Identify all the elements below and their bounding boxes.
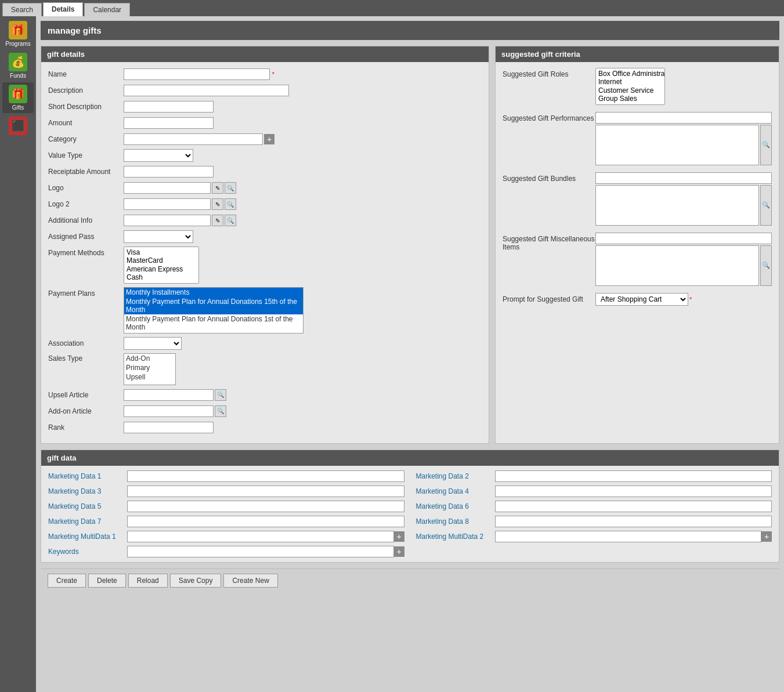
sgc-performances-top-input[interactable]	[595, 112, 772, 124]
logo2-edit-button[interactable]: ✎	[212, 198, 223, 210]
keywords-label: Keywords	[48, 548, 124, 556]
marketing-data-4-input[interactable]	[495, 486, 772, 497]
payment-plans-label: Payment Plans	[48, 287, 124, 298]
sidebar-item-exit[interactable]: ⬛	[2, 114, 34, 139]
logo2-label: Logo 2	[48, 200, 124, 208]
sgc-misc-listbox[interactable]	[595, 245, 759, 286]
sgc-bundles-row: Suggested Gift Bundles 🔍	[503, 172, 772, 226]
sidebar-item-gifts[interactable]: 🎁 Gifts	[2, 82, 34, 113]
sales-type-item[interactable]: Primary	[124, 363, 175, 372]
sgc-roles-listbox[interactable]: Box Office Administrator Internet Custom…	[595, 68, 665, 105]
category-label: Category	[48, 135, 124, 143]
marketing-multidata-2-add-button[interactable]: +	[761, 531, 772, 542]
logo2-search-button[interactable]: 🔍	[225, 198, 236, 210]
sgc-misc-search-button[interactable]: 🔍	[760, 245, 772, 286]
sgc-bundles-top-input[interactable]	[595, 172, 772, 184]
short-description-input[interactable]	[124, 101, 214, 113]
receiptable-amount-label: Receiptable Amount	[48, 168, 124, 176]
tab-details[interactable]: Details	[43, 2, 83, 16]
marketing-multidata-2-input[interactable]	[495, 531, 762, 542]
upsell-article-search-button[interactable]: 🔍	[215, 389, 226, 401]
upsell-article-row: Upsell Article 🔍	[48, 389, 482, 401]
sgc-performances-listbox[interactable]	[595, 125, 759, 165]
reload-button[interactable]: Reload	[128, 574, 168, 588]
sgc-performances-search-button[interactable]: 🔍	[760, 125, 772, 165]
prompt-select[interactable]: After Shopping Cart Before Shopping Cart…	[595, 293, 688, 306]
marketing-data-6-label: Marketing Data 6	[416, 502, 492, 510]
sgc-roles-row: Suggested Gift Roles Box Office Administ…	[503, 68, 772, 105]
additional-info-edit-button[interactable]: ✎	[212, 215, 223, 226]
sgc-bundles-listbox[interactable]	[595, 185, 759, 226]
tab-calendar[interactable]: Calendar	[84, 3, 130, 16]
keywords-row: Keywords +	[48, 546, 404, 557]
amount-row: Amount	[48, 117, 482, 129]
payment-plans-row: Payment Plans Monthly Installments Month…	[48, 287, 482, 334]
receiptable-amount-row: Receiptable Amount	[48, 165, 482, 178]
sidebar-item-programs[interactable]: 🎁 Programs	[2, 19, 34, 49]
short-description-row: Short Description	[48, 100, 482, 113]
addon-article-search-button[interactable]: 🔍	[215, 405, 226, 417]
gift-details-header: gift details	[41, 46, 489, 62]
payment-plan-item[interactable]: Monthly Payment Plan for Annual Donation…	[124, 297, 303, 314]
description-input[interactable]	[124, 85, 289, 96]
marketing-data-2-input[interactable]	[495, 470, 772, 482]
create-new-button[interactable]: Create New	[223, 574, 277, 588]
logo-edit-button[interactable]: ✎	[212, 182, 223, 194]
sales-type-item[interactable]: Upsell	[124, 372, 175, 382]
marketing-data-3-row: Marketing Data 3	[48, 486, 404, 497]
assigned-pass-select[interactable]	[124, 230, 193, 243]
sgc-misc-top-input[interactable]	[595, 233, 772, 244]
marketing-data-6-input[interactable]	[495, 501, 772, 512]
sidebar-item-funds[interactable]: 💰 Funds	[2, 50, 34, 81]
upsell-article-input[interactable]	[124, 389, 214, 401]
keywords-add-button[interactable]: +	[394, 546, 404, 557]
category-input[interactable]	[124, 133, 263, 145]
marketing-data-5-input[interactable]	[127, 501, 404, 512]
prompt-row: Prompt for Suggested Gift After Shopping…	[503, 293, 772, 306]
category-add-button[interactable]: +	[264, 134, 274, 144]
marketing-data-4-row: Marketing Data 4	[416, 486, 772, 497]
prompt-label: Prompt for Suggested Gift	[503, 295, 595, 303]
marketing-data-7-row: Marketing Data 7	[48, 516, 404, 527]
sales-type-list[interactable]: Add-On Primary Upsell	[124, 353, 176, 385]
marketing-data-8-input[interactable]	[495, 516, 772, 527]
payment-plans-list[interactable]: Monthly Installments Monthly Payment Pla…	[124, 287, 304, 334]
marketing-data-3-input[interactable]	[127, 486, 404, 497]
keywords-input[interactable]	[127, 546, 394, 557]
tab-search[interactable]: Search	[2, 3, 42, 16]
logo2-input[interactable]	[124, 198, 211, 210]
payment-plan-item[interactable]: Quarterly Installments (Quarterly Instal…	[124, 332, 303, 334]
save-copy-button[interactable]: Save Copy	[170, 574, 222, 588]
marketing-data-7-input[interactable]	[127, 516, 404, 527]
marketing-multidata-1-add-button[interactable]: +	[394, 531, 404, 542]
marketing-multidata-1-input[interactable]	[127, 531, 394, 542]
sgc-bundles-search-button[interactable]: 🔍	[760, 185, 772, 226]
short-description-label: Short Description	[48, 103, 124, 111]
marketing-data-1-input[interactable]	[127, 470, 404, 482]
suggested-gift-criteria-panel: suggested gift criteria Suggested Gift R…	[495, 46, 779, 444]
value-type-select[interactable]: Fixed Variable	[124, 149, 193, 162]
footer-bar: Create Delete Reload Save Copy Create Ne…	[41, 568, 779, 592]
logo-input[interactable]	[124, 182, 211, 194]
page-header: manage gifts	[41, 21, 779, 40]
additional-info-input[interactable]	[124, 215, 211, 226]
create-button[interactable]: Create	[48, 574, 86, 588]
amount-input[interactable]	[124, 117, 214, 129]
sales-type-item[interactable]: Add-On	[124, 354, 175, 363]
delete-button[interactable]: Delete	[88, 574, 126, 588]
rank-input[interactable]	[124, 422, 214, 433]
additional-info-search-button[interactable]: 🔍	[225, 215, 236, 226]
marketing-data-1-row: Marketing Data 1	[48, 470, 404, 482]
association-select[interactable]	[124, 337, 182, 350]
addon-article-input[interactable]	[124, 405, 214, 417]
sgc-misc-row: Suggested Gift Miscellaneous Items 🔍	[503, 233, 772, 286]
marketing-multidata-2-row: Marketing MultiData 2 +	[416, 531, 772, 542]
name-input[interactable]	[124, 68, 270, 80]
payment-methods-list[interactable]: Visa MasterCard American Express Cash Ch…	[124, 247, 199, 284]
payment-plan-item[interactable]: Monthly Payment Plan for Annual Donation…	[124, 314, 303, 332]
receiptable-amount-input[interactable]	[124, 166, 214, 177]
logo-search-button[interactable]: 🔍	[225, 182, 236, 194]
marketing-data-4-label: Marketing Data 4	[416, 487, 492, 495]
payment-plan-item[interactable]: Monthly Installments	[124, 288, 303, 297]
logo-label: Logo	[48, 184, 124, 192]
